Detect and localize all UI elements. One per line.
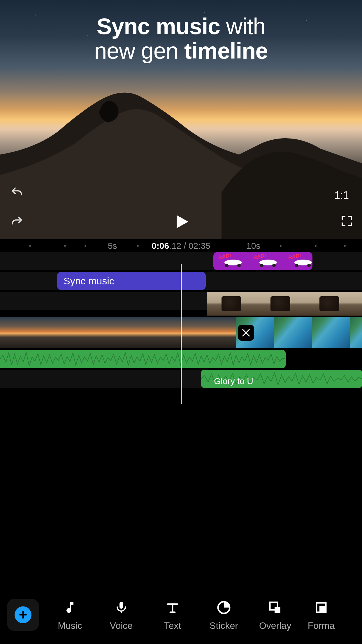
timecode-total: 02:35 (189, 241, 210, 251)
svg-rect-15 (319, 606, 326, 612)
playhead[interactable] (181, 264, 182, 404)
timecode-fraction: .12 (169, 241, 181, 251)
tool-label: Forma (308, 620, 335, 631)
add-button[interactable] (7, 599, 39, 631)
timeline-tracks[interactable]: RAD! RAD! RAD! Sync music (0, 252, 362, 404)
sticker-thumbnail: RAD! (248, 252, 283, 270)
svg-text:RAD!: RAD! (288, 254, 302, 261)
audio-clip-label: Glory to U (208, 376, 253, 386)
overlay-video-clip[interactable] (207, 292, 362, 316)
undo-button[interactable] (8, 184, 26, 201)
video-preview[interactable]: Sync music with new gen timeline 1:1 (0, 0, 362, 239)
ruler-tick-5s: 5s (108, 241, 117, 251)
timecode-display: 0:06.12 / 02:35 (152, 241, 210, 251)
tool-label: Sticker (210, 620, 238, 631)
text-icon (164, 599, 181, 616)
tool-sticker[interactable]: Sticker (198, 599, 249, 631)
music-icon (61, 599, 79, 616)
timecode-current: 0:06 (152, 241, 169, 251)
timeline-ruler[interactable]: 5s 0:06.12 / 02:35 10s (0, 239, 362, 252)
svg-point-3 (237, 264, 241, 267)
main-video-clip-1[interactable] (0, 317, 236, 348)
tool-label: Music (58, 620, 82, 631)
overlay-icon (266, 599, 284, 616)
tool-overlay[interactable]: Overlay (249, 599, 301, 631)
text-clip[interactable]: Sync music (57, 272, 206, 290)
transition-button[interactable] (238, 325, 254, 341)
play-button[interactable] (169, 210, 193, 233)
tool-label: Text (164, 620, 181, 631)
tool-format[interactable]: Forma (301, 599, 342, 631)
svg-text:RAD!: RAD! (253, 254, 267, 261)
microphone-icon (113, 599, 130, 616)
tool-label: Voice (110, 620, 133, 631)
sticker-icon (215, 599, 233, 616)
plus-icon (15, 606, 31, 623)
svg-point-2 (225, 264, 229, 267)
tool-text[interactable]: Text (147, 599, 198, 631)
waveform (0, 350, 286, 368)
tool-music[interactable]: Music (44, 599, 96, 631)
svg-point-7 (272, 264, 276, 267)
svg-rect-13 (275, 607, 280, 613)
main-video-clip-2[interactable] (236, 317, 362, 348)
fullscreen-button[interactable] (338, 212, 356, 230)
svg-point-10 (295, 264, 298, 267)
headline-bold-1: Sync music (97, 13, 220, 39)
aspect-ratio-button[interactable]: 1:1 (330, 187, 353, 204)
svg-point-11 (307, 264, 311, 267)
timeline-panel: 5s 0:06.12 / 02:35 10s RAD! RAD! RAD! Sy… (0, 239, 362, 404)
sticker-clip[interactable]: RAD! RAD! RAD! (213, 252, 312, 270)
headline-bold-2: timeline (184, 38, 268, 64)
marketing-headline: Sync music with new gen timeline (0, 14, 362, 63)
sticker-thumbnail: RAD! (213, 252, 248, 270)
play-icon (172, 213, 190, 230)
ruler-tick-10s: 10s (246, 241, 260, 251)
audio-clip-2[interactable]: Glory to U (201, 370, 362, 388)
text-clip-label: Sync music (57, 275, 114, 287)
headline-text-2: new gen (94, 38, 184, 64)
svg-text:RAD!: RAD! (218, 254, 232, 261)
redo-button[interactable] (8, 213, 26, 230)
headline-text-1: with (220, 13, 265, 39)
svg-point-6 (260, 264, 263, 267)
audio-clip-1[interactable] (0, 350, 286, 368)
tool-label: Overlay (259, 620, 291, 631)
format-icon (312, 599, 330, 616)
sticker-thumbnail: RAD! (283, 252, 312, 270)
undo-icon (10, 186, 24, 199)
redo-icon (10, 215, 24, 228)
transition-icon (241, 328, 251, 338)
bottom-toolbar: Music Voice Text Sticker Overlay Forma (0, 586, 362, 644)
tool-voice[interactable]: Voice (96, 599, 147, 631)
timecode-sep: / (181, 241, 189, 251)
fullscreen-icon (341, 215, 353, 227)
